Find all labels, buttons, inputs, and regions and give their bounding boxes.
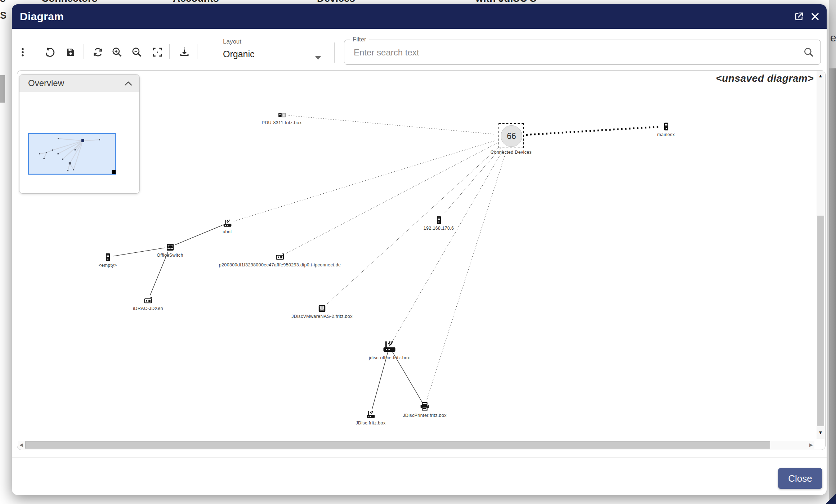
- node-nas[interactable]: JDiscVMwareNAS-2.fritz.box: [317, 304, 327, 313]
- minimap-node: [52, 149, 53, 151]
- overview-panel-header[interactable]: Overview: [19, 75, 139, 92]
- minimap-node: [58, 138, 59, 139]
- edge-pdu-hub: [288, 116, 495, 134]
- node-label: mainesx: [657, 132, 675, 137]
- node-label: Connected Devices: [491, 150, 532, 155]
- restore-layout-button[interactable]: [42, 44, 58, 60]
- node-label: ubnt: [223, 229, 232, 234]
- fit-view-button[interactable]: [149, 44, 165, 60]
- minimap-node: [58, 153, 59, 154]
- minimap-node: [62, 159, 63, 160]
- minimap-resize-handle[interactable]: [112, 170, 116, 174]
- minimap-node: [46, 152, 47, 153]
- background-right-strip: e: [829, 0, 836, 504]
- node-switch[interactable]: OfficeSwitch: [165, 242, 175, 252]
- node-mainesx[interactable]: mainesx: [661, 122, 671, 131]
- close-button-x[interactable]: [808, 9, 822, 24]
- printer-icon: [419, 401, 430, 412]
- open-in-new-button[interactable]: [792, 9, 806, 24]
- toolbar-separator: [37, 44, 37, 59]
- node-hub[interactable]: 66Connected Devices: [499, 123, 524, 148]
- edge-hub-ubnt: [233, 141, 495, 221]
- background-right-letter: e: [830, 32, 836, 44]
- refresh-button[interactable]: [90, 44, 106, 60]
- node-office[interactable]: jdisc-office.fritz.box: [381, 339, 397, 355]
- node-label: JDiscPrinter.fritz.box: [403, 413, 447, 418]
- filter-input[interactable]: [353, 40, 797, 65]
- vertical-scroll-thumb[interactable]: [817, 216, 824, 426]
- kebab-menu-icon: [17, 47, 28, 58]
- zoom-out-button[interactable]: [129, 44, 145, 60]
- save-button[interactable]: [63, 44, 79, 60]
- edge-hub-office: [392, 150, 503, 341]
- minimap-node: [69, 162, 71, 165]
- modem-icon: [143, 296, 153, 305]
- zoom-in-button[interactable]: [109, 44, 125, 60]
- layout-select[interactable]: Layout Organic: [222, 37, 326, 68]
- node-label: 192.168.178.6: [424, 226, 454, 231]
- diagram-toolbar: Layout Organic Filter: [12, 36, 827, 67]
- edge-hub-nas: [327, 147, 499, 304]
- save-icon: [65, 47, 76, 58]
- scroll-left-arrow[interactable]: ◀: [19, 441, 23, 449]
- search-icon[interactable]: [803, 46, 815, 58]
- node-label: JDisc.fritz.box: [356, 420, 385, 426]
- download-icon: [179, 46, 190, 58]
- close-button[interactable]: Close: [778, 468, 822, 489]
- more-options-button[interactable]: [15, 44, 31, 60]
- switch-icon: [165, 242, 175, 252]
- wifi-icon: [222, 218, 233, 229]
- dialog-title: Diagram: [20, 4, 64, 29]
- node-ip6[interactable]: 192.168.178.6: [434, 215, 444, 225]
- zoom-in-icon: [111, 46, 123, 58]
- restore-icon: [44, 46, 55, 58]
- node-empty[interactable]: <empty>: [103, 252, 113, 262]
- minimap-node: [43, 158, 45, 159]
- edge-hub-printer: [426, 152, 506, 401]
- diagram-canvas[interactable]: PDU-8311.fritz.boxmainesx66Connected Dev…: [17, 70, 826, 450]
- background-left-strip: [0, 75, 5, 103]
- diagram-dialog: Diagram: [12, 4, 827, 495]
- edge-ubnt-switch: [175, 225, 222, 245]
- nas-icon: [317, 304, 327, 313]
- background-text-fragment: s: [0, 0, 6, 4]
- zoom-out-icon: [131, 46, 143, 58]
- overview-minimap[interactable]: [19, 92, 139, 193]
- footer-divider: [12, 457, 827, 458]
- horizontal-scrollbar[interactable]: ◀ ▶: [18, 441, 814, 449]
- edge-hub-p2003: [285, 143, 496, 254]
- chevron-down-icon: [315, 56, 321, 60]
- node-printer[interactable]: JDiscPrinter.fritz.box: [419, 401, 430, 412]
- node-p2003[interactable]: p200300df1f3298000ec47afffe950293.dip0.t…: [275, 252, 285, 262]
- scroll-down-arrow[interactable]: ▼: [817, 429, 824, 436]
- edge-office-jdisc: [372, 352, 388, 409]
- download-button[interactable]: [176, 44, 192, 60]
- overview-panel: Overview: [19, 74, 140, 194]
- node-ubnt[interactable]: ubnt: [222, 218, 233, 229]
- node-label: iDRAC-JDXen: [133, 306, 163, 311]
- overview-panel-title: Overview: [28, 78, 64, 88]
- node-label: jdisc-office.fritz.box: [369, 355, 410, 360]
- minimap-node: [75, 149, 76, 150]
- hub-circle[interactable]: 66: [501, 125, 522, 147]
- hub-count: 66: [507, 131, 516, 141]
- wifi-large-icon: [381, 339, 397, 355]
- pdu-icon: [277, 111, 286, 120]
- toolbar-separator: [334, 42, 335, 63]
- layout-select-label: Layout: [223, 38, 241, 45]
- chevron-up-icon[interactable]: [124, 80, 133, 87]
- diagram-status-label: <unsaved diagram>: [716, 73, 814, 84]
- node-label: OfficeSwitch: [157, 253, 183, 258]
- minimap-node: [39, 153, 40, 154]
- minimap-node: [67, 170, 68, 171]
- minimap-svg: [19, 92, 139, 193]
- vertical-scrollbar[interactable]: ▲ ▼: [817, 71, 824, 439]
- node-jdisc[interactable]: JDisc.fritz.box: [366, 409, 376, 420]
- horizontal-scroll-thumb[interactable]: [25, 441, 770, 449]
- background-page-top: sConnectorsAccountsDeviceswith JdISC S: [0, 0, 836, 4]
- node-idrac[interactable]: iDRAC-JDXen: [143, 296, 153, 305]
- node-pdu[interactable]: PDU-8311.fritz.box: [277, 111, 286, 120]
- scroll-right-arrow[interactable]: ▶: [809, 441, 813, 449]
- node-label: JDiscVMwareNAS-2.fritz.box: [291, 314, 353, 319]
- scroll-up-arrow[interactable]: ▲: [817, 73, 824, 79]
